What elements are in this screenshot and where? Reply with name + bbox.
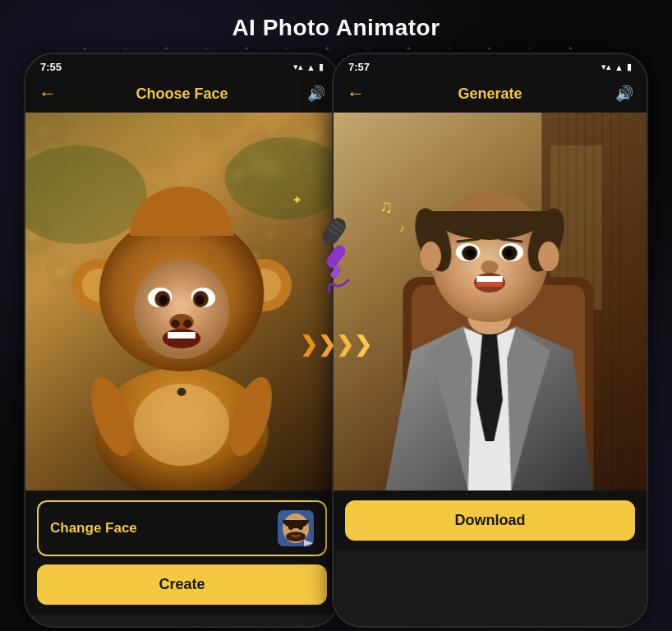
right-image-area [334, 113, 647, 491]
battery-icon: ▮ [319, 62, 324, 72]
right-back-button[interactable]: ← [347, 83, 365, 104]
signal-icon: ▾▴ [293, 62, 303, 72]
change-face-avatar [278, 510, 314, 546]
right-phone: 7:57 ▾▴ ▲ ▮ ← Generate 🔊 Download [332, 53, 648, 628]
change-face-button[interactable]: Change Face [37, 500, 327, 556]
right-photo-canvas [334, 113, 647, 491]
left-image-area [25, 113, 338, 491]
left-photo-canvas [25, 113, 338, 491]
right-status-bar: 7:57 ▾▴ ▲ ▮ [334, 54, 647, 76]
create-button[interactable]: Create [37, 564, 327, 605]
right-status-icons: ▾▴ ▲ ▮ [601, 62, 632, 72]
left-back-button[interactable]: ← [39, 83, 57, 104]
left-action-area: Change Face Create [25, 491, 338, 615]
right-nav-title: Generate [458, 85, 522, 103]
left-status-icons: ▾▴ ▲ ▮ [293, 62, 324, 72]
left-status-time: 7:55 [40, 61, 62, 73]
phones-container: 7:55 ▾▴ ▲ ▮ ← Choose Face 🔊 Change Face [24, 53, 648, 628]
change-face-label: Change Face [50, 520, 137, 537]
right-battery-icon: ▮ [627, 62, 632, 72]
left-sound-button[interactable]: 🔊 [307, 85, 325, 103]
left-phone: 7:55 ▾▴ ▲ ▮ ← Choose Face 🔊 Change Face [24, 53, 340, 628]
right-sound-button[interactable]: 🔊 [615, 85, 633, 103]
right-status-time: 7:57 [348, 61, 370, 73]
right-nav-bar: ← Generate 🔊 [334, 76, 647, 113]
download-button[interactable]: Download [345, 500, 635, 541]
left-nav-bar: ← Choose Face 🔊 [25, 76, 338, 113]
left-nav-title: Choose Face [136, 85, 228, 103]
page-title: AI Photo Animator [232, 15, 440, 41]
right-action-area: Download [334, 491, 647, 550]
wifi-icon: ▲ [306, 62, 315, 72]
right-wifi-icon: ▲ [614, 62, 624, 72]
avatar-canvas [278, 510, 314, 546]
right-signal-icon: ▾▴ [601, 62, 611, 72]
left-status-bar: 7:55 ▾▴ ▲ ▮ [25, 54, 338, 76]
